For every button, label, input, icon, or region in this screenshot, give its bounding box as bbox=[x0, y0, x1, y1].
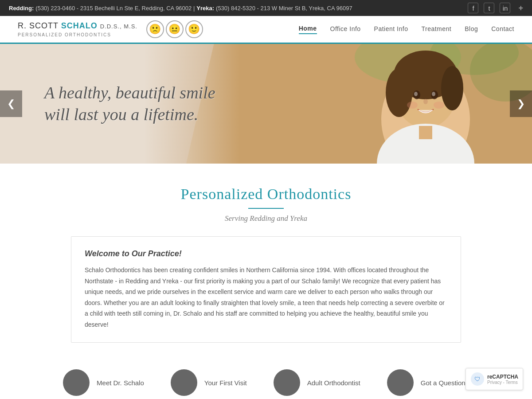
logo-name: R. SCOTT SCHALO D.D.S., M.S. bbox=[18, 21, 137, 31]
svg-point-11 bbox=[414, 92, 418, 96]
yreka-info: (530) 842-5320 - 213 W Miner St B, Yreka… bbox=[216, 5, 352, 12]
icon-meet-label: Meet Dr. Schalo bbox=[97, 379, 144, 387]
welcome-box: Welcome to Our Practice! Schalo Orthodon… bbox=[71, 236, 461, 343]
hero-line2: will last you a lifetime. bbox=[44, 105, 198, 124]
slider-next-button[interactable]: ❯ bbox=[510, 90, 532, 117]
logo-first: R. SCOTT bbox=[18, 21, 59, 30]
hero-slider: A healthy, beautiful smile will last you… bbox=[0, 44, 532, 164]
icon-question bbox=[387, 369, 414, 396]
facebook-link[interactable]: f bbox=[468, 3, 478, 13]
recaptcha-badge: 🛡 reCAPTCHA Privacy - Terms bbox=[466, 368, 523, 390]
logo-credentials: D.D.S., M.S. bbox=[100, 23, 137, 30]
smiley-sad: 🙁 bbox=[146, 20, 164, 38]
smiley-neutral: 😐 bbox=[166, 20, 184, 38]
bottom-icon-item-3[interactable]: Got a Question? bbox=[387, 369, 469, 396]
section-subtitle: Serving Redding and Yreka bbox=[9, 214, 523, 223]
twitter-link[interactable]: t bbox=[484, 3, 494, 13]
yreka-label: Yreka: bbox=[196, 5, 214, 12]
bottom-icons-row: Meet Dr. Schalo Your First Visit Adult O… bbox=[0, 356, 532, 399]
nav-treatment[interactable]: Treatment bbox=[421, 25, 451, 34]
svg-point-12 bbox=[432, 92, 435, 96]
hero-text: A healthy, beautiful smile will last you… bbox=[44, 82, 215, 126]
bottom-icon-item-0[interactable]: Meet Dr. Schalo bbox=[63, 369, 144, 396]
redding-label: Redding: bbox=[9, 5, 34, 12]
hero-content: A healthy, beautiful smile will last you… bbox=[44, 82, 215, 126]
section-title: Personalized Orthodontics bbox=[9, 186, 523, 203]
main-nav: Home Office Info Patient Info Treatment … bbox=[299, 25, 514, 34]
linkedin-link[interactable]: in bbox=[500, 3, 510, 13]
nav-office-info[interactable]: Office Info bbox=[330, 25, 361, 34]
contact-info: Redding: (530) 223-0460 - 2315 Bechelli … bbox=[9, 5, 352, 12]
welcome-title: Welcome to Our Practice! bbox=[85, 249, 447, 258]
slider-prev-button[interactable]: ❮ bbox=[0, 90, 22, 117]
svg-point-8 bbox=[441, 66, 463, 110]
logo-tagline: PERSONALIZED ORTHODONTICS bbox=[18, 32, 137, 38]
svg-point-13 bbox=[423, 99, 428, 104]
recaptcha-logo-icon: 🛡 bbox=[470, 372, 485, 386]
nav-blog[interactable]: Blog bbox=[465, 25, 478, 34]
logo-area: R. SCOTT SCHALO D.D.S., M.S. PERSONALIZE… bbox=[18, 20, 203, 38]
icon-first-visit bbox=[171, 369, 197, 396]
logo-icons: 🙁 😐 🙂 bbox=[146, 20, 203, 38]
icon-first-label: Your First Visit bbox=[204, 379, 247, 387]
svg-point-7 bbox=[386, 68, 412, 117]
bottom-icon-item-2[interactable]: Adult Orthodontist bbox=[274, 369, 360, 396]
welcome-text: Schalo Orthodontics has been creating co… bbox=[85, 265, 447, 330]
nav-contact[interactable]: Contact bbox=[491, 25, 514, 34]
icon-adult-label: Adult Orthodontist bbox=[307, 379, 360, 387]
section-title-area: Personalized Orthodontics Serving Reddin… bbox=[0, 164, 532, 232]
icon-meet-dr bbox=[63, 369, 90, 396]
smiley-happy: 🙂 bbox=[185, 20, 203, 38]
section-divider bbox=[248, 208, 284, 209]
top-bar: Redding: (530) 223-0460 - 2315 Bechelli … bbox=[0, 0, 532, 16]
recaptcha-label: reCAPTCHA bbox=[487, 374, 518, 380]
logo-text: R. SCOTT SCHALO D.D.S., M.S. PERSONALIZE… bbox=[18, 21, 137, 38]
svg-text:🛡: 🛡 bbox=[474, 376, 481, 383]
hero-line1: A healthy, beautiful smile bbox=[44, 83, 215, 102]
social-links: f t in bbox=[468, 3, 510, 13]
recaptcha-text: reCAPTCHA Privacy - Terms bbox=[487, 374, 518, 385]
svg-rect-17 bbox=[419, 126, 432, 139]
icon-question-label: Got a Question? bbox=[421, 379, 469, 387]
nav-patient-info[interactable]: Patient Info bbox=[374, 25, 408, 34]
svg-point-15 bbox=[434, 102, 444, 109]
header: R. SCOTT SCHALO D.D.S., M.S. PERSONALIZE… bbox=[0, 16, 532, 44]
logo-last: SCHALO bbox=[61, 21, 98, 30]
recaptcha-subtext: Privacy - Terms bbox=[487, 380, 518, 385]
nav-home[interactable]: Home bbox=[299, 25, 317, 34]
plus-button[interactable]: + bbox=[518, 4, 523, 13]
redding-info: (530) 223-0460 - 2315 Bechelli Ln Ste E,… bbox=[35, 5, 195, 12]
svg-point-14 bbox=[407, 102, 418, 109]
bottom-icon-item-1[interactable]: Your First Visit bbox=[171, 369, 247, 396]
icon-adult-ortho bbox=[274, 369, 300, 396]
